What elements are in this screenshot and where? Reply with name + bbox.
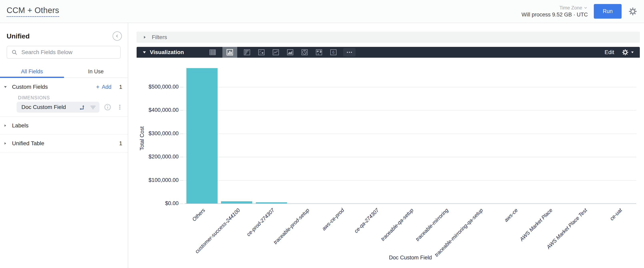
x-tick-label: Others — [191, 207, 206, 222]
scatter-chart-icon[interactable] — [257, 47, 266, 58]
divider — [0, 152, 128, 153]
header-actions: Time Zone Will process 9.52 GB · UTC Run — [522, 4, 638, 19]
section-label: Custom Fields — [12, 84, 48, 90]
section-custom-fields[interactable]: Custom Fields Add 1 — [0, 80, 128, 93]
explore-title[interactable]: CCM + Others — [6, 6, 59, 17]
triangle-right-icon — [3, 123, 12, 127]
chevron-down-icon — [584, 6, 588, 10]
field-row: Doc Custom Field — [16, 102, 123, 112]
gear-icon — [622, 49, 629, 56]
chart-type-picker: 6 — [208, 47, 361, 58]
chevron-left-icon[interactable] — [112, 32, 122, 41]
visualization-toolbar: Visualization 6 Edit — [136, 47, 640, 58]
triangle-down-icon — [630, 51, 634, 54]
section-count: 1 — [118, 84, 122, 90]
y-tick-mark — [180, 110, 184, 110]
search-icon — [12, 49, 18, 55]
tab-all-fields[interactable]: All Fields — [0, 66, 64, 77]
section-count: 1 — [118, 141, 122, 147]
dimensions-group-label: DIMENSIONS — [18, 95, 128, 100]
filters-expander[interactable]: Filters — [136, 32, 640, 43]
triangle-right-icon — [3, 142, 12, 146]
edit-button[interactable]: Edit — [604, 49, 614, 56]
x-axis-title: Doc Custom Field — [184, 254, 636, 261]
info-icon[interactable] — [104, 103, 112, 111]
plus-icon — [96, 84, 100, 89]
bar[interactable] — [256, 202, 287, 203]
field-label: Doc Custom Field — [22, 104, 79, 110]
x-axis-line — [184, 203, 636, 204]
run-button[interactable]: Run — [594, 4, 622, 19]
y-tick-mark — [180, 203, 184, 204]
x-tick-label: aws-ce-prod — [321, 207, 346, 232]
triangle-down-icon[interactable] — [142, 50, 146, 55]
map-chart-icon[interactable] — [314, 47, 324, 58]
time-zone-dropdown[interactable]: Time Zone — [560, 5, 588, 11]
bar[interactable] — [221, 201, 252, 203]
y-tick-mark — [180, 180, 184, 181]
area-chart-icon[interactable] — [286, 47, 295, 58]
x-tick-label: AWS Market Place Test — [546, 207, 588, 250]
bar-chart-icon[interactable] — [242, 47, 252, 58]
gear-icon[interactable] — [628, 6, 638, 17]
y-tick-mark — [180, 87, 184, 87]
y-tick-label: $300,000.00 — [138, 130, 178, 137]
table-chart-icon[interactable] — [208, 47, 217, 58]
explore-page: CCM + Others Time Zone Will process 9.52… — [0, 0, 644, 268]
x-tick-label: traceable-qa-setup — [380, 207, 415, 242]
y-gridline — [184, 87, 636, 87]
viz-settings-dropdown[interactable] — [622, 49, 634, 56]
x-tick-label: traceable-prod-setup — [272, 207, 310, 245]
y-tick-label: $500,000.00 — [138, 84, 178, 90]
query-info: Time Zone Will process 9.52 GB · UTC — [522, 5, 588, 18]
search-input[interactable] — [22, 49, 116, 56]
triangle-down-icon — [3, 85, 12, 89]
x-tick-label: ce-prod-274307 — [246, 207, 276, 237]
field-picker-sidebar: Unified All Fields In Use Custom Fields … — [0, 24, 128, 268]
x-tick-label: traceable-mirroring — [414, 207, 450, 242]
y-tick-label: $400,000.00 — [138, 107, 178, 113]
more-options-icon[interactable] — [343, 48, 356, 57]
view-title: Unified — [6, 32, 30, 40]
y-gridline — [184, 133, 636, 134]
y-gridline — [184, 110, 636, 110]
process-note: Will process 9.52 GB · UTC — [522, 12, 588, 18]
y-tick-mark — [180, 133, 184, 134]
section-label: Unified Table — [12, 140, 44, 147]
x-tick-label: ce-qa-274307 — [353, 207, 380, 234]
field-search — [6, 46, 120, 59]
x-tick-label: ce-uat — [608, 207, 623, 222]
visualization-label: Visualization — [150, 49, 184, 56]
filter-icon[interactable] — [90, 104, 96, 110]
y-gridline — [184, 157, 636, 157]
y-axis-title: Total Cost — [139, 126, 145, 151]
field-tabs: All Fields In Use — [0, 66, 128, 78]
pivot-icon[interactable] — [79, 104, 86, 110]
x-tick-label: AWS Market Place — [518, 207, 554, 242]
y-gridline — [184, 180, 636, 181]
line-chart-icon[interactable] — [271, 47, 280, 58]
pie-chart-icon[interactable] — [300, 47, 309, 58]
time-zone-label: Time Zone — [560, 5, 582, 11]
y-tick-mark — [180, 157, 184, 157]
tab-in-use[interactable]: In Use — [64, 66, 128, 77]
y-tick-label: $0.00 — [138, 200, 178, 206]
x-tick-label: aws-ce — [503, 207, 519, 223]
top-header: CCM + Others Time Zone Will process 9.52… — [0, 0, 644, 23]
single-value-chart-icon[interactable]: 6 — [329, 47, 338, 58]
chart: Total Cost Doc Custom Field $0.00$100,00… — [136, 58, 640, 268]
svg-text:6: 6 — [332, 50, 334, 55]
section-label: Labels — [12, 122, 28, 129]
active-tab-underline — [0, 77, 64, 78]
y-tick-label: $100,000.00 — [138, 177, 178, 183]
triangle-right-icon — [142, 35, 146, 39]
filters-label: Filters — [152, 34, 167, 41]
y-tick-label: $200,000.00 — [138, 154, 178, 160]
field-doc-custom-field[interactable]: Doc Custom Field — [16, 102, 100, 112]
bar[interactable] — [186, 68, 218, 203]
section-unified-table[interactable]: Unified Table 1 — [0, 135, 128, 152]
column-chart-icon[interactable] — [222, 47, 237, 58]
add-custom-field-button[interactable]: Add — [96, 84, 112, 90]
section-labels[interactable]: Labels — [0, 117, 128, 135]
kebab-menu-icon[interactable] — [116, 104, 123, 110]
